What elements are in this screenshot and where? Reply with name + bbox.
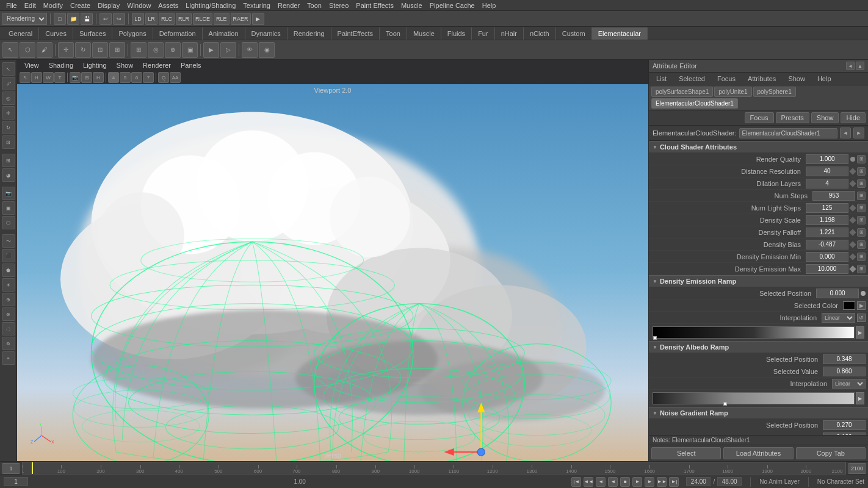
attr-expand-btn-df[interactable]: ⊞: [857, 228, 866, 237]
tab-surfaces[interactable]: Surfaces: [73, 27, 112, 40]
ik-btn[interactable]: ⊗: [2, 307, 15, 321]
curve-btn[interactable]: 〜: [2, 234, 15, 248]
toolbar-btn-undo[interactable]: ↩: [99, 13, 112, 25]
attr-input-da-selected-value[interactable]: [823, 367, 866, 376]
toolbar-btn-extra[interactable]: ▶: [252, 13, 264, 25]
de-ramp-expand-btn[interactable]: ▶: [856, 326, 864, 339]
de-ramp-gradient[interactable]: [653, 326, 855, 339]
attr-input-da-selected-pos[interactable]: [823, 354, 866, 364]
node-tab-polysphere[interactable]: polySphere1: [753, 87, 796, 97]
timeline-playhead[interactable]: [32, 462, 33, 474]
paint-select-btn[interactable]: 🖌: [37, 42, 52, 58]
toolbar-btn-new[interactable]: □: [54, 13, 66, 25]
da-ramp-gradient[interactable]: [653, 392, 855, 404]
vp-select-btn[interactable]: ↖: [20, 72, 31, 83]
focus-btn[interactable]: Focus: [745, 112, 774, 123]
vp-render-quality-btn[interactable]: Q: [158, 72, 169, 83]
timeline-start-field[interactable]: 1: [2, 463, 20, 474]
rotate-btn[interactable]: ↻: [2, 121, 15, 134]
playback-prev-frame[interactable]: ◄: [596, 477, 606, 487]
tab-animation[interactable]: Animation: [203, 27, 245, 40]
presets-btn[interactable]: Presets: [776, 112, 809, 123]
attr-input-density-emission-max[interactable]: [806, 264, 848, 274]
menu-stereo[interactable]: Stereo: [325, 0, 352, 10]
playback-prev-key[interactable]: ◄◄: [584, 477, 593, 487]
attr-input-render-quality[interactable]: [806, 154, 848, 164]
vp-smooth-btn[interactable]: 5: [120, 72, 131, 83]
menu-assets[interactable]: Assets: [154, 0, 182, 10]
vp-menu-panels[interactable]: Panels: [176, 60, 206, 71]
isolate-btn[interactable]: ◉: [259, 42, 275, 58]
scale-tool-btn[interactable]: ⊡: [92, 42, 108, 58]
poly-btn[interactable]: ⬟: [2, 264, 15, 277]
attr-input-density-bias[interactable]: [806, 240, 848, 249]
menu-file[interactable]: File: [2, 0, 21, 10]
density-emission-ramp-header[interactable]: ▼ Density Emission Ramp: [649, 275, 868, 287]
tab-nhair[interactable]: nHair: [495, 27, 524, 40]
menu-muscle[interactable]: Muscle: [397, 0, 426, 10]
node-tab-polyunite[interactable]: polyUnite1: [714, 87, 751, 97]
playback-stop[interactable]: ■: [620, 477, 630, 487]
node-tab-elementacular[interactable]: ElementacularCloudShader1: [651, 98, 738, 109]
lasso-tool-btn[interactable]: ⬡: [20, 42, 35, 58]
toolbar-btn-save[interactable]: 💾: [81, 13, 93, 25]
toolbar-btn-RLE[interactable]: RLE: [214, 13, 230, 25]
ortho-btn[interactable]: ▣: [2, 201, 15, 215]
attr-tab-list[interactable]: List: [651, 74, 671, 85]
attr-expand-btn[interactable]: ▲: [856, 62, 864, 70]
toolbar-btn-RLR[interactable]: RLR: [176, 13, 192, 25]
scale-btn[interactable]: ⊡: [2, 135, 15, 149]
snap-point-btn[interactable]: ⊕: [165, 42, 181, 58]
vp-aa-btn[interactable]: AA: [170, 72, 181, 83]
move-tool-btn[interactable]: ✛: [58, 42, 74, 58]
attr-expand-btn-dem[interactable]: ⊞: [857, 253, 866, 261]
cloud-shader-section-header[interactable]: ▼ Cloud Shader Attributes: [649, 141, 868, 153]
paint-btn[interactable]: 🖊: [2, 77, 15, 90]
tab-ncloth[interactable]: nCloth: [524, 27, 556, 40]
vp-menu-view[interactable]: View: [20, 60, 44, 71]
menu-render[interactable]: Render: [274, 0, 303, 10]
shader-name-button[interactable]: ElementacularCloudShader1: [739, 128, 837, 138]
hide-btn[interactable]: Hide: [841, 112, 866, 123]
vp-menu-show[interactable]: Show: [112, 60, 139, 71]
render-btn[interactable]: ▶: [203, 42, 219, 58]
menu-window[interactable]: Window: [123, 0, 154, 10]
vp-grid-btn[interactable]: ⊞: [81, 72, 92, 83]
tab-polygons[interactable]: Polygons: [112, 27, 153, 40]
attr-input-ng-selected-pos[interactable]: [823, 420, 866, 430]
attr-expand-btn-ds[interactable]: ⊞: [857, 216, 866, 224]
attr-input-density-falloff[interactable]: [806, 228, 848, 237]
noise-gradient-ramp-header[interactable]: ▼ Noise Gradient Ramp: [649, 407, 868, 419]
ipr-render-btn[interactable]: ▷: [220, 42, 236, 58]
toolbar-btn-redo[interactable]: ↪: [113, 13, 125, 25]
tab-fluids[interactable]: Fluids: [441, 27, 472, 40]
attr-expand-btn-demx[interactable]: ⊞: [857, 265, 866, 273]
tab-toon[interactable]: Toon: [380, 27, 407, 40]
attr-tab-focus[interactable]: Focus: [712, 74, 740, 85]
constraint-btn[interactable]: ⊚: [2, 337, 15, 350]
toolbar-btn-open[interactable]: 📁: [67, 13, 79, 25]
rotate-tool-btn[interactable]: ↻: [75, 42, 91, 58]
vp-wire-btn[interactable]: 4: [108, 72, 119, 83]
menu-create[interactable]: Create: [67, 0, 94, 10]
timeline-end-field[interactable]: 2100: [848, 463, 866, 474]
tab-curves[interactable]: Curves: [39, 27, 73, 40]
playback-next-key[interactable]: ►►: [657, 477, 667, 487]
color-picker-btn-de[interactable]: ▶: [857, 301, 866, 310]
tab-muscle[interactable]: Muscle: [407, 27, 441, 40]
vp-light-btn[interactable]: 6: [131, 72, 142, 83]
select-btn[interactable]: ↖: [2, 62, 15, 76]
select-tool-btn[interactable]: ↖: [2, 42, 18, 58]
attr-input-distance-res[interactable]: [806, 167, 848, 176]
toolbar-btn-RLC[interactable]: RLC: [159, 13, 175, 25]
vp-wireframe-btn[interactable]: W: [43, 72, 54, 83]
obj-btn[interactable]: ⬡: [2, 216, 15, 229]
tab-custom[interactable]: Custom: [556, 27, 592, 40]
light-btn[interactable]: ☀: [2, 278, 15, 292]
toolbar-btn-LR[interactable]: LR: [145, 13, 157, 25]
snap-view-btn[interactable]: ▣: [182, 42, 198, 58]
attr-expand-btn-dr[interactable]: ⊞: [857, 167, 866, 176]
viewport[interactable]: View Shading Lighting Show Renderer Pane…: [17, 60, 648, 461]
attr-input-dilation-layers[interactable]: [806, 179, 848, 188]
toolbar-btn-LD[interactable]: LD: [132, 13, 144, 25]
